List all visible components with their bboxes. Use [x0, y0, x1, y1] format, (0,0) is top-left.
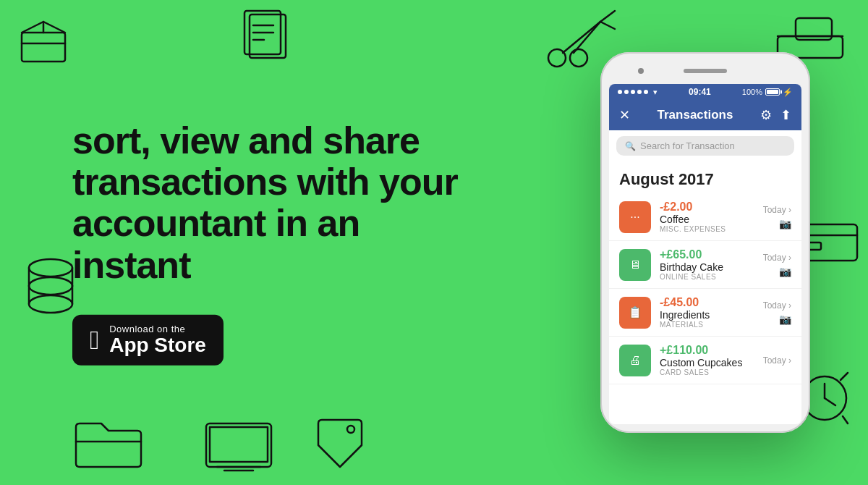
tx-amount: -£2.00 — [660, 201, 754, 214]
svg-line-12 — [600, 11, 615, 22]
filter-button[interactable]: ⚙ — [760, 107, 772, 123]
tx-right: Today › 📷 — [763, 253, 791, 277]
tx-info: -£2.00 Coffee MISC. EXPENSES — [660, 201, 754, 233]
tx-date: Today › — [763, 205, 791, 215]
app-store-button[interactable]:  Download on the App Store — [72, 314, 224, 365]
tx-icon: 📋 — [619, 297, 651, 329]
headline: sort, view and share transactions with y… — [72, 120, 470, 286]
tx-name: Ingredients — [660, 309, 754, 321]
tx-icon-symbol: 📋 — [628, 305, 642, 319]
phone-mockup: ▾ 09:41 100% ⚡ ✕ Transactions ⚙ ⬆ — [600, 52, 825, 433]
tx-category: ONLINE SALES — [660, 273, 754, 281]
lightning-icon: ⚡ — [783, 88, 793, 97]
camera-icon: 📷 — [779, 218, 791, 229]
svg-line-13 — [600, 22, 615, 29]
svg-point-23 — [29, 295, 72, 313]
status-time: 09:41 — [689, 87, 711, 97]
tx-name: Coffee — [660, 214, 754, 225]
transactions-list: ··· -£2.00 Coffee MISC. EXPENSES Today ›… — [609, 193, 801, 384]
tx-info: +£65.00 Birthday Cake ONLINE SALES — [660, 248, 754, 281]
signal-dots: ▾ — [618, 88, 658, 97]
battery-fill — [767, 90, 778, 94]
tx-right: Today › 📷 — [763, 205, 791, 229]
status-bar: ▾ 09:41 100% ⚡ — [609, 84, 801, 100]
phone-notch — [609, 61, 801, 81]
tx-category: MATERIALS — [660, 321, 754, 329]
camera-icon: 📷 — [779, 313, 791, 325]
tx-icon-symbol: ··· — [630, 211, 639, 224]
transaction-item[interactable]: 🖥 +£65.00 Birthday Cake ONLINE SALES Tod… — [609, 241, 801, 289]
app-header: ✕ Transactions ⚙ ⬆ — [609, 100, 801, 130]
tx-name: Birthday Cake — [660, 261, 754, 273]
month-header: August 2017 — [609, 161, 801, 193]
svg-point-29 — [347, 426, 354, 433]
svg-line-37 — [841, 373, 848, 380]
battery-icon — [765, 88, 780, 96]
svg-point-20 — [29, 277, 72, 295]
svg-line-39 — [843, 416, 848, 423]
app-store-label: App Store — [109, 334, 206, 356]
svg-line-10 — [563, 22, 600, 53]
wifi-icon: ▾ — [653, 88, 658, 97]
tx-info: +£110.00 Custom Cupcakes CARD SALES — [660, 344, 754, 376]
svg-line-35 — [825, 398, 835, 405]
battery-percent: 100% — [742, 88, 762, 96]
transaction-item[interactable]: 📋 -£45.00 Ingredients MATERIALS Today › … — [609, 289, 801, 337]
phone-screen: ▾ 09:41 100% ⚡ ✕ Transactions ⚙ ⬆ — [609, 84, 801, 424]
transaction-item[interactable]: ··· -£2.00 Coffee MISC. EXPENSES Today ›… — [609, 193, 801, 241]
transaction-item[interactable]: 🖨 +£110.00 Custom Cupcakes CARD SALES To… — [609, 337, 801, 384]
tx-date: Today › — [763, 300, 791, 311]
close-button[interactable]: ✕ — [619, 107, 630, 123]
svg-rect-4 — [244, 11, 281, 54]
svg-point-17 — [29, 259, 72, 277]
phone-body: ▾ 09:41 100% ⚡ ✕ Transactions ⚙ ⬆ — [600, 52, 810, 433]
svg-rect-3 — [250, 14, 286, 58]
camera-icon: 📷 — [779, 266, 791, 277]
tx-amount: -£45.00 — [660, 296, 754, 309]
tx-date: Today › — [763, 355, 791, 366]
tx-icon: ··· — [619, 201, 651, 233]
tx-category: MISC. EXPENSES — [660, 225, 754, 233]
svg-point-9 — [570, 49, 587, 67]
status-right: 100% ⚡ — [742, 88, 793, 97]
tx-amount: +£110.00 — [660, 344, 754, 357]
svg-rect-15 — [796, 18, 832, 40]
svg-rect-0 — [22, 33, 65, 62]
tx-category: CARD SALES — [660, 368, 754, 376]
left-content-area: sort, view and share transactions with y… — [72, 120, 470, 366]
tx-date: Today › — [763, 253, 791, 263]
tx-right: Today › 📷 — [763, 300, 791, 325]
tx-info: -£45.00 Ingredients MATERIALS — [660, 296, 754, 329]
tx-icon: 🖥 — [619, 249, 651, 281]
share-button[interactable]: ⬆ — [780, 107, 791, 123]
download-on-label: Download on the — [109, 323, 185, 334]
apple-icon:  — [90, 326, 99, 353]
search-placeholder: Search for Transaction — [640, 140, 735, 151]
svg-rect-28 — [210, 427, 268, 462]
tx-right: Today › — [763, 355, 791, 366]
app-store-btn-text: Download on the App Store — [109, 323, 206, 356]
phone-speaker — [684, 69, 727, 73]
svg-rect-25 — [206, 423, 271, 467]
tx-name: Custom Cupcakes — [660, 357, 754, 368]
phone-camera — [638, 68, 644, 74]
svg-point-8 — [548, 49, 566, 67]
tx-amount: +£65.00 — [660, 248, 754, 261]
tx-icon-symbol: 🖨 — [629, 354, 641, 367]
search-icon: 🔍 — [625, 141, 636, 151]
app-title: Transactions — [658, 108, 733, 122]
header-actions: ⚙ ⬆ — [760, 107, 791, 123]
tx-icon-symbol: 🖥 — [629, 258, 641, 271]
svg-line-11 — [574, 22, 600, 53]
tx-icon: 🖨 — [619, 345, 651, 376]
search-bar[interactable]: 🔍 Search for Transaction — [616, 136, 794, 156]
